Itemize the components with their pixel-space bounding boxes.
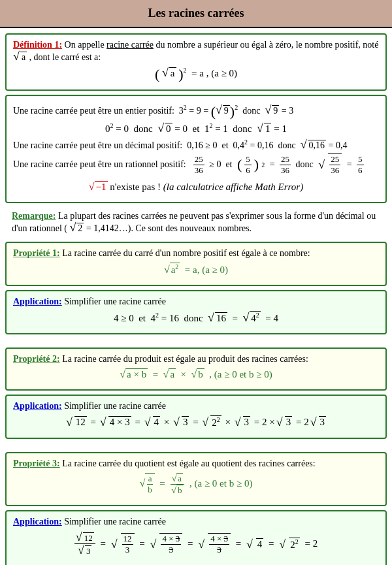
property3-header: Propriété 3: La racine carrée du quotien…	[13, 459, 379, 469]
property3-section: Propriété 3: La racine carrée du quotien…	[5, 452, 387, 506]
sqrt-a-inline: √a	[13, 52, 29, 62]
application2-section: Application: Simplifier une racine carré…	[5, 395, 387, 439]
racine-carree-text: racine carrée	[106, 40, 154, 50]
property2-header: Propriété 2: La racine carrée du produit…	[13, 354, 379, 364]
example-integer: Une racine carrée peut être un entier po…	[13, 104, 379, 118]
page-title: Les racines carrées	[0, 0, 392, 28]
application2-formula: √12 = √4 × 3 = √4 × √3 = √22 × √3 = 2 × …	[13, 415, 379, 428]
property2-section: Propriété 2: La racine carrée du produit…	[5, 347, 387, 391]
application2-header: Application: Simplifier une racine carré…	[13, 401, 379, 412]
remark-label: Remarque:	[12, 211, 56, 221]
example-decimal: Une racine carrée peut être un décimal p…	[13, 138, 379, 151]
definition-formula: ( √a )2 = a , (a ≥ 0)	[13, 67, 379, 80]
remark-section: Remarque: La plupart des racines carrées…	[5, 207, 387, 238]
application2-label: Application:	[13, 401, 62, 411]
examples-section: Une racine carrée peut être un entier po…	[5, 95, 387, 203]
application3-section: Application: Simplifier une racine carré…	[5, 510, 387, 565]
property1-formula: √a2 = a, (a ≥ 0)	[13, 263, 379, 276]
property1-header: Propriété 1: La racine carrée du carré d…	[13, 248, 379, 259]
property3-formula: √ ab = √a √b , (a ≥ 0 et b ≥ 0)	[13, 473, 379, 496]
application3-header: Application: Simplifier une racine carré…	[13, 517, 379, 527]
example-zero: 02 = 0 donc √0 = 0 et 12 = 1 donc √1 = 1	[13, 122, 379, 135]
application1-header: Application: Simplifier une racine carré…	[13, 297, 379, 307]
property2-formula: √a × b = √a × √b , (a ≥ 0 et b ≥ 0)	[13, 368, 379, 380]
property1-section: Propriété 1: La racine carrée du carré d…	[5, 242, 387, 286]
property1-label: Propriété 1:	[13, 248, 60, 258]
application1-formula: 4 ≥ 0 et 42 = 16 donc √16 = √42 = 4	[13, 311, 379, 324]
definition-label: Définition 1:	[13, 40, 62, 50]
definition-content: Définition 1: On appelle racine carrée d…	[13, 40, 379, 63]
property2-label: Propriété 2:	[13, 354, 60, 364]
application3-label: Application:	[13, 517, 62, 526]
application1-label: Application:	[13, 297, 62, 306]
definition-section: Définition 1: On appelle racine carrée d…	[5, 33, 387, 91]
example-negative: √−1 n'existe pas ! (la calculatrice affi…	[13, 181, 379, 193]
property3-label: Propriété 3:	[13, 459, 60, 468]
application1-section: Application: Simplifier une racine carré…	[5, 290, 387, 334]
example-rational: Une racine carrée peut être un rationnel…	[13, 153, 379, 176]
application3-formula: √12 √3 = √ 123 = √ 4 × 3 3 = √ 4 × 3 3 =…	[13, 531, 379, 557]
